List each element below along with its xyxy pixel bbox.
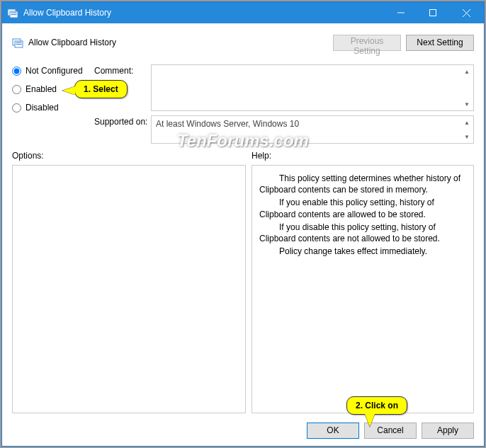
help-p2: If you enable this policy setting, histo… bbox=[259, 197, 466, 219]
supported-on-text: At least Windows Server, Windows 10 bbox=[156, 119, 299, 129]
lower-panels: Options: Help: This policy setting deter… bbox=[12, 151, 474, 413]
callout-2-tail bbox=[365, 414, 375, 427]
callout-select: 1. Select bbox=[74, 80, 128, 98]
apply-button[interactable]: Apply bbox=[422, 423, 474, 439]
help-p3: If you disable this policy setting, hist… bbox=[259, 222, 466, 244]
supported-on-box: At least Windows Server, Windows 10 ▲ ▼ bbox=[151, 115, 474, 144]
header-row: Allow Clipboard History Previous Setting… bbox=[12, 30, 474, 54]
scroll-up-icon[interactable]: ▲ bbox=[461, 66, 473, 77]
state-radios: Not Configured Enabled Disabled bbox=[12, 64, 94, 144]
close-button[interactable] bbox=[448, 2, 484, 23]
svg-rect-11 bbox=[16, 44, 22, 45]
radio-enabled-label: Enabled bbox=[26, 84, 57, 94]
help-panel: This policy setting determines whether h… bbox=[252, 165, 474, 413]
comment-textarea[interactable]: ▲ ▼ bbox=[151, 64, 474, 111]
help-label: Help: bbox=[252, 151, 474, 162]
titlebar: Allow Clipboard History bbox=[2, 2, 484, 23]
help-p4: Policy change takes effect immediately. bbox=[259, 246, 466, 257]
svg-rect-5 bbox=[429, 10, 436, 16]
radio-not-configured-input[interactable] bbox=[12, 67, 21, 76]
svg-rect-2 bbox=[11, 13, 17, 13]
radio-not-configured[interactable]: Not Configured bbox=[12, 66, 94, 76]
config-grid: Not Configured Enabled Disabled Comment:… bbox=[12, 64, 474, 144]
radio-not-configured-label: Not Configured bbox=[26, 66, 83, 76]
callout-1-tail bbox=[62, 86, 75, 95]
supported-label: Supported on: bbox=[94, 111, 151, 144]
maximize-button[interactable] bbox=[417, 2, 448, 23]
dialog-buttons: OK Cancel Apply bbox=[12, 413, 474, 446]
options-panel bbox=[12, 165, 246, 413]
app-icon bbox=[7, 7, 18, 18]
gpo-dialog: Allow Clipboard History Allow Clipboard … bbox=[1, 1, 485, 447]
policy-icon bbox=[12, 37, 23, 48]
help-p1: This policy setting determines whether h… bbox=[259, 173, 466, 195]
window-title: Allow Clipboard History bbox=[23, 8, 385, 18]
radio-enabled-input[interactable] bbox=[12, 85, 21, 94]
radio-disabled[interactable]: Disabled bbox=[12, 103, 94, 113]
radio-disabled-input[interactable] bbox=[12, 103, 21, 113]
callout-click: 2. Click on bbox=[346, 396, 407, 415]
scroll-down-icon[interactable]: ▼ bbox=[461, 98, 473, 110]
svg-rect-3 bbox=[11, 14, 17, 15]
radio-disabled-label: Disabled bbox=[26, 103, 59, 113]
svg-rect-10 bbox=[16, 42, 22, 43]
scroll-up-icon[interactable]: ▲ bbox=[461, 117, 473, 128]
options-label: Options: bbox=[12, 151, 246, 162]
previous-setting-button[interactable]: Previous Setting bbox=[333, 35, 401, 51]
ok-button[interactable]: OK bbox=[307, 423, 359, 439]
policy-title: Allow Clipboard History bbox=[28, 38, 116, 47]
scroll-down-icon[interactable]: ▼ bbox=[461, 131, 473, 142]
next-setting-button[interactable]: Next Setting bbox=[406, 35, 474, 51]
minimize-button[interactable] bbox=[385, 2, 417, 23]
